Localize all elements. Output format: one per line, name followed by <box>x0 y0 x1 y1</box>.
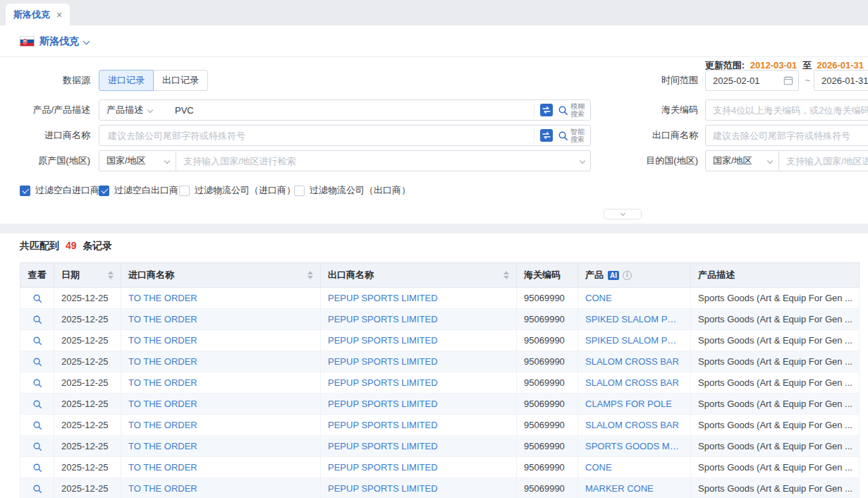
cell-exporter-link[interactable]: PEPUP SPORTS LIMITED <box>328 335 438 346</box>
sort-icon[interactable] <box>302 271 313 279</box>
checkbox-checked-icon <box>20 186 30 196</box>
filter-blank-exporter-checkbox[interactable]: 过滤空白出口商 <box>99 183 178 198</box>
smart-search-label-line2: 搜索 <box>570 135 585 143</box>
view-record-button[interactable] <box>32 399 42 409</box>
view-record-button[interactable] <box>32 442 42 451</box>
cell-product-link[interactable]: SLALOM CROSS BAR <box>585 420 679 430</box>
header-date[interactable]: 日期 <box>54 263 121 287</box>
product-field-select[interactable]: 产品描述 <box>99 104 166 116</box>
smart-search-button[interactable]: 智能 搜索 <box>558 128 585 143</box>
fuzzy-search-button[interactable]: 模糊 搜索 <box>558 102 585 118</box>
translate-icon[interactable] <box>540 129 553 142</box>
cell-hs-code: 95069990 <box>517 436 578 457</box>
cell-hs-code: 95069990 <box>517 415 578 436</box>
dest-country-input[interactable] <box>778 150 868 171</box>
cell-date: 2025-12-25 <box>54 288 121 309</box>
cell-exporter-link[interactable]: PEPUP SPORTS LIMITED <box>328 462 438 473</box>
tab-close-icon[interactable] <box>56 10 62 20</box>
table-row: 2025-12-25 TO THE ORDER PEPUP SPORTS LIM… <box>20 478 860 498</box>
view-record-button[interactable] <box>32 463 42 473</box>
cell-product-link[interactable]: MARKER CONE <box>585 483 654 494</box>
sort-icon[interactable] <box>102 271 114 279</box>
magnifier-icon <box>32 336 42 346</box>
view-record-button[interactable] <box>32 293 42 303</box>
time-range-label: 时间范围 <box>606 70 698 91</box>
table-row: 2025-12-25 TO THE ORDER PEPUP SPORTS LIM… <box>20 394 860 415</box>
exporter-input[interactable] <box>705 125 868 146</box>
smart-search-label-line1: 智能 <box>570 128 585 135</box>
cell-exporter-link[interactable]: PEPUP SPORTS LIMITED <box>328 441 438 451</box>
chevron-down-icon[interactable] <box>83 38 90 45</box>
view-record-button[interactable] <box>32 420 42 430</box>
date-range-separator: ~ <box>803 70 812 91</box>
hs-code-input[interactable] <box>705 99 868 121</box>
checkbox-label: 过滤物流公司（进口商） <box>195 184 295 197</box>
table-row: 2025-12-25 TO THE ORDER PEPUP SPORTS LIM… <box>20 309 860 330</box>
view-record-button[interactable] <box>32 357 42 367</box>
cell-product-link[interactable]: SPIKED SLALOM POLE <box>585 314 683 324</box>
cell-product-link[interactable]: SLALOM CROSS BAR <box>585 377 679 388</box>
info-icon[interactable] <box>623 271 632 280</box>
export-records-toggle[interactable]: 出口记录 <box>153 70 208 91</box>
magnifier-icon <box>32 420 42 430</box>
cell-importer-link[interactable]: TO THE ORDER <box>128 483 197 494</box>
magnifier-icon <box>32 293 42 303</box>
cell-exporter-link[interactable]: PEPUP SPORTS LIMITED <box>328 293 438 303</box>
date-end-field <box>814 70 868 91</box>
summary-prefix: 共匹配到 <box>20 240 59 251</box>
exporter-field <box>705 125 868 146</box>
cell-importer-link[interactable]: TO THE ORDER <box>128 462 197 473</box>
cell-importer-link[interactable]: TO THE ORDER <box>128 420 197 430</box>
cell-importer-link[interactable]: TO THE ORDER <box>128 399 197 409</box>
cell-hs-code: 95069990 <box>517 351 578 372</box>
header-importer[interactable]: 进口商名称 <box>121 263 321 287</box>
tab-slovakia[interactable]: 斯洛伐克 <box>6 4 70 25</box>
view-record-button[interactable] <box>32 378 42 388</box>
translate-icon[interactable] <box>540 104 553 116</box>
view-record-button[interactable] <box>32 336 42 346</box>
date-end-input[interactable] <box>814 70 868 91</box>
sort-icon[interactable] <box>498 271 509 279</box>
product-search-input[interactable] <box>166 101 534 119</box>
cell-importer-link[interactable]: TO THE ORDER <box>128 377 197 388</box>
origin-country-input[interactable] <box>176 150 591 171</box>
origin-country-select-value: 国家/地区 <box>106 154 146 167</box>
cell-importer-link[interactable]: TO THE ORDER <box>128 293 197 303</box>
cell-exporter-link[interactable]: PEPUP SPORTS LIMITED <box>328 356 438 367</box>
cell-product-link[interactable]: CONE <box>585 462 612 473</box>
importer-search-input[interactable] <box>99 126 534 145</box>
cell-product-link[interactable]: CONE <box>585 293 612 303</box>
header-exporter[interactable]: 出口商名称 <box>321 263 517 287</box>
dest-country-field <box>778 150 868 171</box>
cell-importer-link[interactable]: TO THE ORDER <box>128 441 197 451</box>
cell-exporter-link[interactable]: PEPUP SPORTS LIMITED <box>328 314 438 324</box>
origin-country-select[interactable]: 国家/地区 <box>99 150 176 171</box>
cell-exporter-link[interactable]: PEPUP SPORTS LIMITED <box>328 420 438 430</box>
dest-country-select[interactable]: 国家/地区 <box>705 150 779 171</box>
table-row: 2025-12-25 TO THE ORDER PEPUP SPORTS LIM… <box>20 351 860 372</box>
cell-importer-link[interactable]: TO THE ORDER <box>128 356 197 367</box>
collapse-filters-button[interactable] <box>604 209 642 219</box>
import-records-toggle[interactable]: 进口记录 <box>99 70 154 91</box>
view-record-button[interactable] <box>32 484 42 494</box>
filter-logistics-exporter-checkbox[interactable]: 过滤物流公司（出口商） <box>294 183 410 198</box>
tab-bar: 斯洛伐克 <box>0 0 868 25</box>
filter-logistics-importer-checkbox[interactable]: 过滤物流公司（进口商） <box>179 183 295 198</box>
cell-exporter-link[interactable]: PEPUP SPORTS LIMITED <box>328 377 438 388</box>
cell-product-link[interactable]: CLAMPS FOR POLE <box>585 399 672 409</box>
cell-product-link[interactable]: SLALOM CROSS BAR <box>585 356 679 367</box>
country-selector[interactable]: 斯洛伐克 <box>39 35 79 48</box>
cell-exporter-link[interactable]: PEPUP SPORTS LIMITED <box>328 399 438 409</box>
cell-date: 2025-12-25 <box>54 351 121 372</box>
cell-product-link[interactable]: SPORTS GOODS MAR... <box>585 441 683 451</box>
view-record-button[interactable] <box>32 315 42 324</box>
cell-product-link[interactable]: SPIKED SLALOM POLE <box>585 335 683 346</box>
cell-importer-link[interactable]: TO THE ORDER <box>128 314 197 324</box>
filter-blank-importer-checkbox[interactable]: 过滤空白进口商 <box>20 183 99 198</box>
cell-description: Sports Goods (Art & Equip For Gen ... <box>691 288 860 309</box>
cell-hs-code: 95069990 <box>517 394 578 415</box>
cell-importer-link[interactable]: TO THE ORDER <box>128 335 197 346</box>
cell-description: Sports Goods (Art & Equip For Gen ... <box>691 394 860 415</box>
update-range-label: 更新范围: <box>705 60 745 71</box>
cell-exporter-link[interactable]: PEPUP SPORTS LIMITED <box>328 483 438 494</box>
